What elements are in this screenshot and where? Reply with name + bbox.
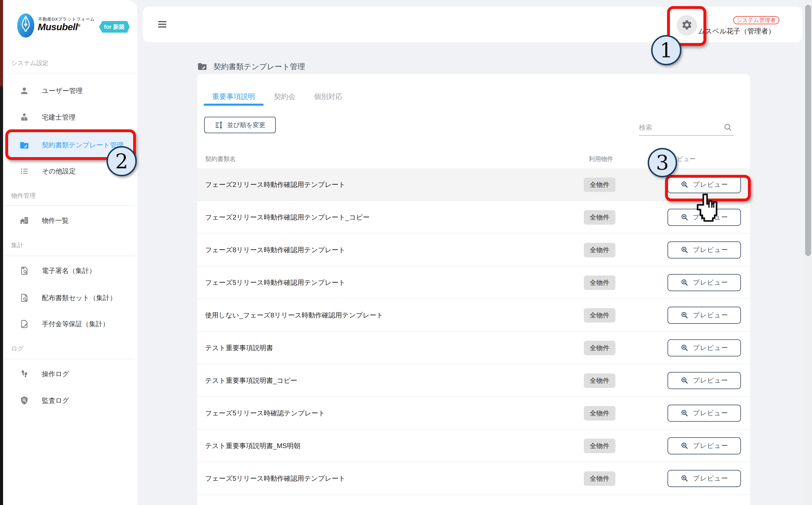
folder-edit-icon: [19, 140, 29, 150]
sort-order-icon: [214, 121, 223, 130]
template-name: 使用しない_フェーズ8リリース時動作確認用テンプレート: [205, 299, 383, 332]
search-input[interactable]: [639, 121, 718, 134]
sidebar-item-audit-log[interactable]: 監査ログ: [3, 390, 137, 411]
divider: [5, 73, 135, 73]
preview-button[interactable]: プレビュー: [667, 404, 741, 422]
sidebar-item-deposit-guarantee-aggregate[interactable]: 手付金等保証（集計）: [3, 314, 137, 334]
zoom-in-icon: [680, 376, 689, 385]
scrollbar-track[interactable]: [804, 0, 812, 505]
topbar: システム管理者 ムスベル花子（管理者）: [143, 7, 802, 42]
gear-icon: [681, 19, 693, 31]
role-badge: システム管理者: [733, 16, 779, 24]
table-row: フェーズ2リリース時動作確認用テンプレート 全物件 プレビュー: [197, 168, 750, 201]
sidebar: 不動産DXプラットフォーム Musubell® for 新築 システム設定 ユー…: [3, 0, 137, 505]
menu-icon[interactable]: [158, 20, 166, 28]
template-list-card: 重要事項説明 契約会 個別対応 並び順を変更 契約書類名 利用物件 プレビュー …: [197, 74, 750, 505]
sidebar-item-esignature-aggregate[interactable]: 電子署名（集計）: [3, 261, 137, 281]
preview-button[interactable]: プレビュー: [667, 274, 741, 291]
brand-name: Musubell®: [38, 21, 80, 32]
preview-button[interactable]: プレビュー: [667, 339, 741, 356]
zoom-in-icon: [680, 409, 689, 417]
file-search-icon: [19, 293, 29, 303]
template-name: フェーズ5リリース時動作確認用テンプレート: [205, 266, 345, 299]
table-row: フェーズ2リリース時動作確認用テンプレート_コピー 全物件 プレビュー: [197, 201, 750, 233]
preview-button[interactable]: プレビュー: [667, 241, 741, 259]
musubell-logo-icon: [17, 13, 34, 37]
zoom-in-icon: [680, 344, 689, 352]
property-scope-badge: 全物件: [584, 308, 616, 323]
zoom-in-icon: [680, 278, 689, 287]
zoom-in-icon: [680, 474, 689, 483]
file-sign-icon: [19, 319, 29, 329]
preview-button[interactable]: プレビュー: [667, 372, 741, 389]
table-header-row: 契約書類名 利用物件 プレビュー: [197, 155, 750, 163]
screen-edge-stripe: [0, 0, 3, 505]
table-row: テスト重要事項説明書_MS明朝 全物件 プレビュー: [197, 430, 750, 462]
property-scope-badge: 全物件: [584, 243, 616, 257]
sidebar-item-property-list[interactable]: 物件一覧: [3, 210, 137, 231]
zoom-in-icon: [680, 442, 689, 450]
property-scope-badge: 全物件: [584, 210, 616, 225]
document-search-icon: [19, 266, 29, 276]
sidebar-section-logs: ログ: [11, 344, 24, 353]
settings-gear-button[interactable]: [677, 15, 697, 35]
template-name: テスト重要事項説明書_MS明朝: [205, 430, 300, 462]
shield-search-icon: [19, 396, 29, 405]
zoom-in-icon: [680, 213, 689, 221]
template-name: テスト重要事項説明書_コピー: [205, 364, 297, 397]
tab-individual-response[interactable]: 個別対応: [313, 91, 343, 103]
home-building-icon: [19, 216, 29, 225]
change-sort-order-button[interactable]: 並び順を変更: [204, 117, 276, 133]
template-name: フェーズ2リリース時動作確認用テンプレート_コピー: [205, 201, 370, 233]
list-icon: [19, 166, 29, 176]
sidebar-item-user-management[interactable]: ユーザー管理: [3, 80, 137, 101]
table-row: 使用しない_フェーズ8リリース時動作確認用テンプレート 全物件 プレビュー: [197, 299, 750, 332]
zoom-in-icon: [680, 311, 689, 320]
brand-logo[interactable]: 不動産DXプラットフォーム Musubell® for 新築: [3, 0, 137, 53]
tab-contract-meeting[interactable]: 契約会: [273, 91, 296, 103]
search-icon[interactable]: [723, 123, 733, 132]
divider: [5, 256, 135, 256]
preview-button[interactable]: プレビュー: [667, 470, 741, 487]
property-scope-badge: 全物件: [584, 439, 616, 453]
sidebar-item-operation-log[interactable]: 操作ログ: [3, 364, 137, 384]
sidebar-item-agent-management[interactable]: 宅建士管理: [3, 107, 137, 128]
template-name: フェーズ5リリース時確認テンプレート: [205, 397, 325, 430]
table-row: フェーズ5リリース時動作確認用テンプレート 全物件 プレビュー: [197, 266, 750, 299]
table-row-partial: [197, 495, 750, 503]
person-icon: [19, 86, 29, 96]
preview-button[interactable]: プレビュー: [667, 209, 741, 226]
preview-button[interactable]: プレビュー: [667, 176, 741, 193]
sidebar-section-aggregation: 集計: [11, 241, 23, 250]
scrollbar-thumb[interactable]: [805, 5, 811, 256]
sidebar-item-contract-template-management[interactable]: 契約書類テンプレート管理: [3, 133, 137, 157]
column-header-preview: プレビュー: [664, 155, 696, 163]
template-name: テスト重要事項説明書: [205, 332, 273, 364]
template-name: フェーズ2リリース時動作確認用テンプレート: [205, 168, 345, 201]
property-scope-badge: 全物件: [584, 471, 616, 486]
property-scope-badge: 全物件: [584, 373, 616, 388]
sidebar-section-property-management: 物件管理: [11, 191, 36, 200]
divider: [5, 359, 135, 359]
table-row: テスト重要事項説明書 全物件 プレビュー: [197, 332, 750, 364]
search-box: [639, 119, 734, 136]
zoom-in-icon: [680, 180, 689, 189]
column-header-document-name: 契約書類名: [205, 155, 236, 163]
table-row: フェーズ8リリース時動作確認用テンプレート 全物件 プレビュー: [197, 233, 750, 266]
user-name[interactable]: ムスベル花子（管理者）: [698, 26, 775, 36]
table-row: フェーズ5リリース時動作確認用テンプレート 全物件 プレビュー: [197, 462, 750, 495]
template-table-body: フェーズ2リリース時動作確認用テンプレート 全物件 プレビュー フェーズ2リリー…: [197, 168, 750, 503]
template-name: フェーズ8リリース時動作確認用テンプレート: [205, 233, 345, 266]
template-name: フェーズ5リリース時動作確認用テンプレート: [205, 462, 345, 495]
sidebar-item-distribution-set-aggregate[interactable]: 配布書類セット（集計）: [3, 288, 137, 308]
preview-button[interactable]: プレビュー: [667, 307, 741, 324]
property-scope-badge: 全物件: [584, 406, 616, 420]
sidebar-item-other-settings[interactable]: その他設定: [3, 161, 137, 181]
table-row: フェーズ5リリース時確認テンプレート 全物件 プレビュー: [197, 397, 750, 430]
brand-edition-badge: for 新築: [99, 21, 130, 33]
preview-button[interactable]: プレビュー: [667, 437, 741, 454]
sidebar-section-system-settings: システム設定: [11, 58, 48, 67]
tab-important-matters[interactable]: 重要事項説明: [204, 91, 264, 103]
column-header-property: 利用物件: [589, 155, 613, 163]
folder-edit-icon: [197, 61, 207, 70]
